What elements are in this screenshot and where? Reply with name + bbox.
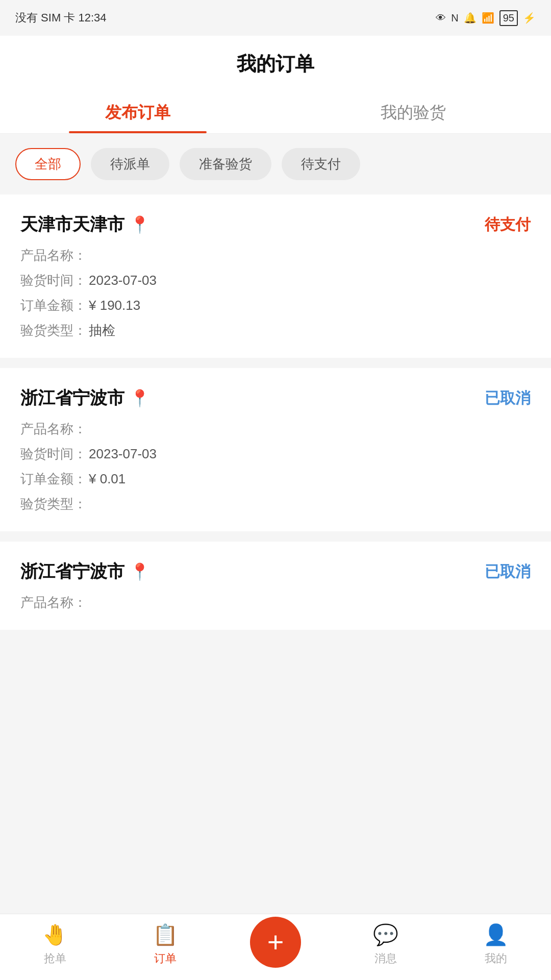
type-row-2: 验货类型： xyxy=(20,495,531,513)
order-header-1: 天津市天津市 📍 待支付 xyxy=(20,213,531,236)
order-location-2: 浙江省宁波市 📍 xyxy=(20,386,150,410)
nfc-icon: N xyxy=(451,12,458,24)
battery-icon: 95 xyxy=(499,10,518,26)
grab-order-icon: 🤚 xyxy=(42,923,68,947)
product-row-2: 产品名称： xyxy=(20,420,531,438)
type-row-1: 验货类型： 抽检 xyxy=(20,322,531,339)
location-pin-icon-2: 📍 xyxy=(130,388,150,408)
tab-my-inspection[interactable]: 我的验货 xyxy=(276,87,551,133)
filter-all[interactable]: 全部 xyxy=(15,148,81,180)
amount-row-2: 订单金额： ¥ 0.01 xyxy=(20,470,531,488)
inspection-time-row-1: 验货时间： 2023-07-03 xyxy=(20,272,531,289)
order-card-1[interactable]: 天津市天津市 📍 待支付 产品名称： 验货时间： 2023-07-03 订单金额… xyxy=(0,194,551,358)
tab-bar: 发布订单 我的验货 xyxy=(0,87,551,134)
bottom-nav: 🤚 抢单 📋 订单 + 💬 消息 👤 我的 xyxy=(0,914,551,980)
wifi-icon: 📶 xyxy=(482,12,494,24)
product-row-3: 产品名称： xyxy=(20,594,531,611)
filter-pending-pay[interactable]: 待支付 xyxy=(282,148,360,180)
nav-grab-order[interactable]: 🤚 抢单 xyxy=(0,923,110,971)
bell-icon: 🔔 xyxy=(464,12,477,24)
order-detail-1: 产品名称： 验货时间： 2023-07-03 订单金额： ¥ 190.13 验货… xyxy=(20,247,531,339)
order-detail-3: 产品名称： xyxy=(20,594,531,611)
page-header: 我的订单 xyxy=(0,36,551,87)
order-card-3[interactable]: 浙江省宁波市 📍 已取消 产品名称： xyxy=(0,542,551,630)
order-header-3: 浙江省宁波市 📍 已取消 xyxy=(20,560,531,583)
order-status-1: 待支付 xyxy=(485,214,531,235)
location-pin-icon-1: 📍 xyxy=(130,215,150,234)
mine-icon: 👤 xyxy=(483,923,509,947)
status-icons: 👁 N 🔔 📶 95 ⚡ xyxy=(436,10,536,26)
nav-fab-container: + xyxy=(220,917,331,978)
page-content: 全部 待派单 准备验货 待支付 天津市天津市 📍 待支付 产品名称： xyxy=(0,134,551,712)
page-title: 我的订单 xyxy=(0,51,551,77)
message-icon: 💬 xyxy=(373,923,398,947)
filter-ready-inspect[interactable]: 准备验货 xyxy=(180,148,271,180)
status-bar: 没有 SIM 卡 12:34 👁 N 🔔 📶 95 ⚡ xyxy=(0,0,551,36)
location-pin-icon-3: 📍 xyxy=(130,562,150,581)
order-status-3: 已取消 xyxy=(485,561,531,582)
order-detail-2: 产品名称： 验货时间： 2023-07-03 订单金额： ¥ 0.01 验货类型… xyxy=(20,420,531,513)
nav-message[interactable]: 💬 消息 xyxy=(331,923,441,971)
status-time: 没有 SIM 卡 12:34 xyxy=(15,10,107,26)
order-status-2: 已取消 xyxy=(485,388,531,409)
order-list: 天津市天津市 📍 待支付 产品名称： 验货时间： 2023-07-03 订单金额… xyxy=(0,194,551,640)
tab-publish-order[interactable]: 发布订单 xyxy=(0,87,276,133)
filter-pending-dispatch[interactable]: 待派单 xyxy=(91,148,169,180)
amount-row-1: 订单金额： ¥ 190.13 xyxy=(20,297,531,314)
filter-bar: 全部 待派单 准备验货 待支付 xyxy=(0,134,551,194)
fab-add-button[interactable]: + xyxy=(250,917,301,968)
nav-order[interactable]: 📋 订单 xyxy=(110,923,220,971)
inspection-time-row-2: 验货时间： 2023-07-03 xyxy=(20,445,531,463)
order-icon: 📋 xyxy=(153,923,178,947)
product-row-1: 产品名称： xyxy=(20,247,531,264)
order-card-2[interactable]: 浙江省宁波市 📍 已取消 产品名称： 验货时间： 2023-07-03 订单金额… xyxy=(0,368,551,531)
nav-mine[interactable]: 👤 我的 xyxy=(441,923,551,971)
order-location-1: 天津市天津市 📍 xyxy=(20,213,150,236)
order-header-2: 浙江省宁波市 📍 已取消 xyxy=(20,386,531,410)
charge-icon: ⚡ xyxy=(523,12,536,24)
order-location-3: 浙江省宁波市 📍 xyxy=(20,560,150,583)
eye-icon: 👁 xyxy=(436,12,446,24)
